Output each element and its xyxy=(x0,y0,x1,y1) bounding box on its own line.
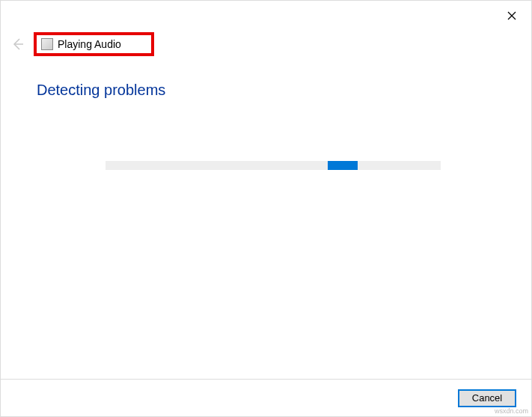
troubleshooter-window: Playing Audio Detecting problems Cancel … xyxy=(0,0,532,417)
title-highlight-box: Playing Audio xyxy=(34,32,154,56)
close-button[interactable] xyxy=(504,8,519,23)
titlebar xyxy=(504,1,531,31)
header-row: Playing Audio xyxy=(10,32,154,56)
footer-bar: Cancel xyxy=(1,379,531,416)
cancel-button[interactable]: Cancel xyxy=(458,389,516,407)
close-icon xyxy=(507,11,516,20)
back-arrow-icon xyxy=(10,37,25,52)
watermark-text: wsxdn.com xyxy=(495,407,528,415)
audio-troubleshooter-icon xyxy=(41,38,53,50)
progress-bar xyxy=(106,161,441,170)
troubleshooter-title: Playing Audio xyxy=(58,38,121,50)
status-heading: Detecting problems xyxy=(37,82,165,99)
back-button xyxy=(10,36,26,52)
progress-indicator xyxy=(328,161,358,170)
